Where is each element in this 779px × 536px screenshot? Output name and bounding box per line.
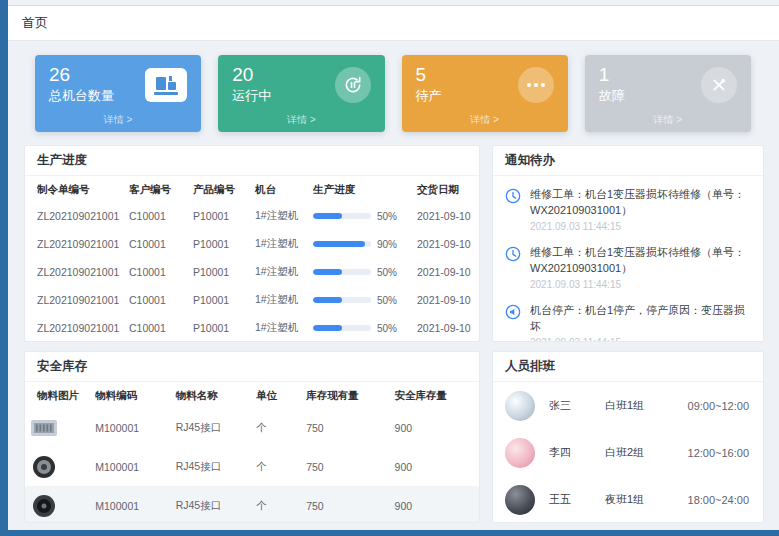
- production-table-header: 制令单编号 客户编号 产品编号 机台 生产进度 交货日期: [25, 176, 479, 202]
- production-row: ZL202109021001 C10001 P10001 1#注塑机 50% 2…: [25, 202, 479, 230]
- stat-value: 1: [599, 64, 625, 85]
- machine-name: 1#注塑机: [251, 202, 309, 230]
- col-header: 安全库存量: [391, 382, 479, 408]
- schedule-row: 王五 夜班1组 18:00~24:00: [493, 476, 763, 523]
- detail-link[interactable]: 详情 >: [599, 113, 737, 129]
- staff-shift: 白班1组: [605, 398, 679, 413]
- production-row: ZL202109021001 C10001 P10001 1#注塑机 90% 2…: [25, 230, 479, 258]
- panel-title: 通知待办: [493, 146, 763, 176]
- stat-label: 总机台数量: [49, 87, 114, 105]
- inventory-table-header: 物料图片 物料编码 物料名称 单位 库存现有量 安全库存量: [25, 382, 479, 408]
- notice-item[interactable]: 机台停产：机台1停产，停产原因：变压器损坏 2021.09.03 11:44:1…: [505, 296, 751, 342]
- notices-panel: 通知待办 维修工单：机台1变压器损坏待维修（单号：WX202109031001）…: [492, 145, 764, 342]
- material-code: M100001: [91, 408, 171, 447]
- machine-name: 1#注塑机: [251, 314, 309, 342]
- stock-qty: 750: [302, 408, 390, 447]
- progress-bar: [313, 213, 371, 219]
- delivery-date: 2021-09-10: [413, 314, 479, 342]
- clock-icon: [505, 245, 522, 290]
- order-no: ZL202109021001: [25, 314, 125, 342]
- stat-card-pending[interactable]: 5 待产 详情 >: [402, 55, 568, 132]
- col-header: 物料编码: [91, 382, 171, 408]
- col-header: 交货日期: [413, 176, 479, 202]
- progress-cell: 50%: [309, 286, 413, 314]
- production-row: ZL202109021001 C10001 P10001 1#注塑机 50% 2…: [25, 286, 479, 314]
- stat-card-running[interactable]: 20 运行中 详情 >: [218, 55, 384, 132]
- product-no: P10001: [189, 286, 251, 314]
- customer-no: C10001: [125, 286, 189, 314]
- stat-card-total-machines[interactable]: 26 总机台数量 详情 >: [35, 55, 201, 132]
- announcement-icon: [505, 303, 522, 342]
- order-no: ZL202109021001: [25, 202, 125, 230]
- detail-link[interactable]: 详情 >: [49, 113, 187, 129]
- staff-shift: 夜班1组: [605, 492, 679, 507]
- progress-cell: 50%: [309, 258, 413, 286]
- material-code: M100001: [91, 447, 171, 486]
- col-header: 物料图片: [25, 382, 91, 408]
- stat-card-fault[interactable]: 1 故障 详情 >: [585, 55, 751, 132]
- material-unit: 个: [252, 486, 302, 523]
- order-no: ZL202109021001: [25, 286, 125, 314]
- bottom-accent-bar: [0, 530, 779, 536]
- progress-bar: [313, 297, 371, 303]
- col-header: 机台: [251, 176, 309, 202]
- progress-label: 50%: [377, 211, 397, 222]
- notice-item[interactable]: 维修工单：机台1变压器损坏待维修（单号：WX202109031001） 2021…: [505, 180, 751, 238]
- customer-no: C10001: [125, 314, 189, 342]
- col-header: 物料名称: [172, 382, 252, 408]
- detail-link[interactable]: 详情 >: [416, 113, 554, 129]
- staff-time: 12:00~16:00: [688, 447, 749, 459]
- progress-cell: 50%: [309, 202, 413, 230]
- notice-time: 2021.09.03 11:44:15: [530, 221, 751, 232]
- machine-name: 1#注塑机: [251, 286, 309, 314]
- avatar: [505, 391, 535, 421]
- rj45-connector-photo: [29, 415, 59, 441]
- speaker-photo: [29, 493, 59, 519]
- notice-text: 维修工单：机台1变压器损坏待维修（单号：WX202109031001）: [530, 187, 751, 219]
- progress-label: 50%: [377, 267, 397, 278]
- machine-name: 1#注塑机: [251, 258, 309, 286]
- notice-list: 维修工单：机台1变压器损坏待维修（单号：WX202109031001） 2021…: [493, 176, 763, 342]
- product-no: P10001: [189, 314, 251, 342]
- order-no: ZL202109021001: [25, 230, 125, 258]
- material-name: RJ45接口: [172, 408, 252, 447]
- material-name: RJ45接口: [172, 447, 252, 486]
- stat-card-body: 5 待产: [416, 64, 554, 105]
- staff-schedule-panel: 人员排班 张三 白班1组 09:00~12:00 李四 白班2组 12:00~1…: [492, 351, 764, 523]
- dashboard-content: 26 总机台数量 详情 >: [8, 42, 779, 530]
- delivery-date: 2021-09-10: [413, 202, 479, 230]
- breadcrumb-home[interactable]: 首页: [22, 14, 48, 32]
- notice-time: 2021.09.03 11:44:15: [530, 279, 751, 290]
- schedule-row: 张三 白班1组 09:00~12:00: [493, 382, 763, 429]
- notice-text: 机台停产：机台1停产，停产原因：变压器损坏: [530, 303, 751, 335]
- progress-bar: [313, 325, 371, 331]
- running-icon: [335, 67, 371, 103]
- staff-time: 18:00~24:00: [688, 494, 749, 506]
- progress-bar: [313, 269, 371, 275]
- stat-card-body: 20 运行中: [232, 64, 370, 105]
- stat-value: 5: [416, 64, 442, 85]
- inventory-row: M100001 RJ45接口 个 750 900: [25, 447, 479, 486]
- customer-no: C10001: [125, 230, 189, 258]
- material-name: RJ45接口: [172, 486, 252, 523]
- staff-name: 李四: [549, 445, 605, 460]
- panels-grid: 生产进度 制令单编号 客户编号 产品编号 机台 生产进度 交货日期: [24, 145, 764, 523]
- detail-link[interactable]: 详情 >: [232, 113, 370, 129]
- stat-cards-row: 26 总机台数量 详情 >: [24, 55, 764, 132]
- delivery-date: 2021-09-10: [413, 286, 479, 314]
- progress-label: 50%: [377, 323, 397, 334]
- avatar: [505, 438, 535, 468]
- col-header: 制令单编号: [25, 176, 125, 202]
- safety-qty: 900: [391, 447, 479, 486]
- stat-label: 运行中: [232, 87, 271, 105]
- delivery-date: 2021-09-10: [413, 258, 479, 286]
- avatar: [505, 485, 535, 515]
- material-code: M100001: [91, 486, 171, 523]
- inventory-row: M100001 RJ45接口 个 750 900: [25, 408, 479, 447]
- notice-item[interactable]: 维修工单：机台1变压器损坏待维修（单号：WX202109031001） 2021…: [505, 238, 751, 296]
- product-no: P10001: [189, 258, 251, 286]
- progress-bar: [313, 241, 371, 247]
- order-no: ZL202109021001: [25, 258, 125, 286]
- product-no: P10001: [189, 230, 251, 258]
- production-row: ZL202109021001 C10001 P10001 1#注塑机 50% 2…: [25, 314, 479, 342]
